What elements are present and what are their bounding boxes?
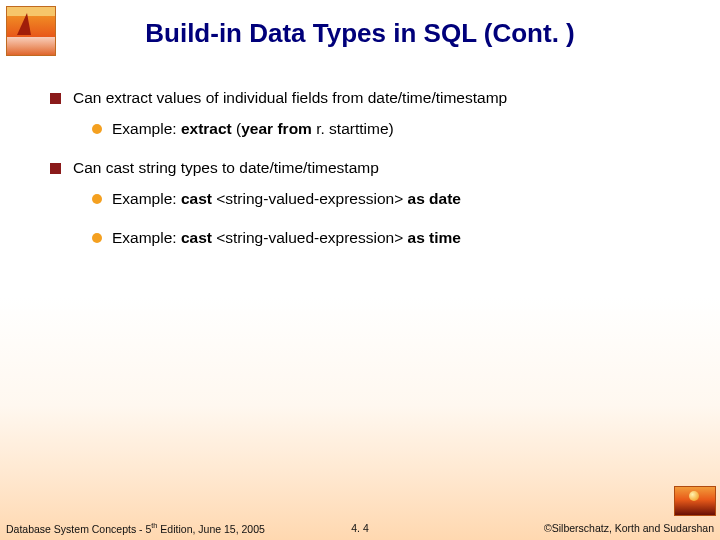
circle-bullet-icon	[92, 124, 102, 134]
kw-as-time: as time	[408, 229, 461, 246]
example-label: Example:	[112, 190, 181, 207]
kw-year-from: year from	[241, 120, 316, 137]
circle-bullet-icon	[92, 194, 102, 204]
bullet-level2: Example: cast <string-valued-expression>…	[92, 189, 680, 210]
example-label: Example:	[112, 120, 181, 137]
bullet-level2: Example: extract (year from r. starttime…	[92, 119, 680, 140]
sunset-corner-icon	[674, 486, 716, 516]
bullet-text: Can cast string types to date/time/times…	[73, 159, 379, 176]
bullet-level2: Example: cast <string-valued-expression>…	[92, 228, 680, 249]
footer-left: Database System Concepts - 5th Edition, …	[6, 521, 265, 535]
expr-text: <string-valued-expression>	[216, 229, 407, 246]
slide-body: Can extract values of individual fields …	[50, 88, 680, 267]
circle-bullet-icon	[92, 233, 102, 243]
bullet-text: Can extract values of individual fields …	[73, 89, 507, 106]
footer-left-a: Database System Concepts - 5	[6, 522, 151, 534]
slide-title: Build-in Data Types in SQL (Cont. )	[0, 18, 720, 49]
kw-as-date: as date	[408, 190, 461, 207]
example-label: Example:	[112, 229, 181, 246]
kw-cast: cast	[181, 190, 216, 207]
slide: Build-in Data Types in SQL (Cont. ) Can …	[0, 0, 720, 540]
square-bullet-icon	[50, 163, 61, 174]
expr-text: r. starttime)	[316, 120, 394, 137]
expr-text: <string-valued-expression>	[216, 190, 407, 207]
kw-extract: extract	[181, 120, 236, 137]
bullet-level1: Can extract values of individual fields …	[50, 88, 680, 109]
square-bullet-icon	[50, 93, 61, 104]
bullet-level1: Can cast string types to date/time/times…	[50, 158, 680, 179]
footer-left-b: Edition, June 15, 2005	[157, 522, 264, 534]
kw-cast: cast	[181, 229, 216, 246]
footer-page-number: 4. 4	[351, 522, 369, 534]
footer-copyright: ©Silberschatz, Korth and Sudarshan	[544, 522, 714, 534]
